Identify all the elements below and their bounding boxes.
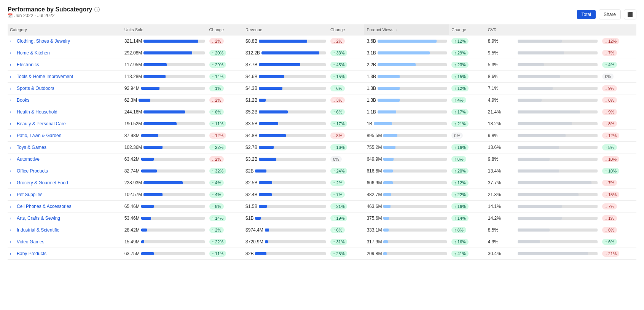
category-link[interactable]: Industrial & Scientific [17, 227, 59, 233]
expand-button[interactable]: › [10, 205, 15, 209]
expand-button[interactable]: › [10, 228, 15, 232]
revenue-bar-fill [265, 240, 268, 243]
revenue-bar-bg [259, 87, 326, 90]
category-link[interactable]: Patio, Lawn & Garden [17, 133, 61, 138]
revenue-bar-container: $4.3B [245, 86, 326, 91]
cvr-bar-container [518, 158, 598, 161]
revenue-change-cell: ↑ 6% [328, 83, 365, 94]
pv-change-cell: ↑ 8% [449, 153, 486, 165]
revenue-cell: $7.7B [243, 59, 328, 71]
category-link[interactable]: Beauty & Personal Care [17, 121, 66, 126]
cvr-bar-container [518, 63, 598, 66]
change-badge: ↑ 12% [451, 85, 469, 91]
expand-button[interactable]: › [10, 39, 15, 43]
expand-button[interactable]: › [10, 145, 15, 150]
pv-value: 616.6M [367, 168, 382, 174]
change-badge: ↑ 10% [602, 168, 619, 174]
category-link[interactable]: Home & Kitchen [17, 50, 50, 56]
change-badge: ↓ 9% [602, 109, 617, 115]
category-link[interactable]: Books [17, 97, 29, 103]
category-link[interactable]: Arts, Crafts & Sewing [17, 216, 60, 221]
cvr-bar-fill [518, 40, 562, 43]
expand-button[interactable]: › [10, 193, 15, 197]
category-link[interactable]: Electronics [17, 62, 39, 67]
category-link[interactable]: Office Products [17, 168, 48, 174]
expand-button[interactable]: › [10, 110, 15, 114]
pv-bar-container: 1.3B [367, 74, 447, 79]
info-icon[interactable]: i [94, 7, 100, 12]
col-category[interactable]: Category [8, 24, 122, 35]
cvr-value: 14.1% [488, 204, 501, 209]
expand-button[interactable]: › [10, 157, 15, 161]
category-link[interactable]: Sports & Outdoors [17, 86, 54, 91]
cvr-bar-bg [518, 205, 598, 208]
expand-button[interactable]: › [10, 98, 15, 102]
col-revenue[interactable]: Revenue [243, 24, 328, 35]
cvr-bar-bg [518, 252, 598, 255]
revenue-bar-container: $4.8B [245, 133, 326, 138]
category-link[interactable]: Cell Phones & Accessories [17, 204, 71, 209]
pv-bar-bg [378, 75, 447, 78]
col-units-sold[interactable]: Units Sold [122, 24, 207, 35]
category-link[interactable]: Grocery & Gourmet Food [17, 180, 68, 185]
category-link[interactable]: Video Games [17, 239, 45, 244]
pv-bar-fill [383, 169, 393, 173]
expand-button[interactable]: › [10, 122, 15, 126]
cvr-value: 18.2% [488, 121, 501, 126]
col-product-views[interactable]: Product Views ↓ [364, 24, 449, 35]
expand-button[interactable]: › [10, 51, 15, 55]
col-units-change[interactable]: Change [207, 24, 244, 35]
expand-button[interactable]: › [10, 181, 15, 185]
revenue-bar-fill [259, 87, 282, 90]
product-views-cell: 1.3B [364, 83, 449, 94]
cvr-bar-bg [518, 240, 598, 243]
revenue-value: $4.8B [245, 133, 257, 138]
pv-bar-bg [378, 51, 447, 54]
export-button[interactable]: ⬛ [624, 10, 636, 19]
cvr-bar-container [518, 40, 598, 43]
share-button[interactable]: Share [599, 10, 621, 19]
units-sold-value: 63.42M [124, 157, 140, 162]
change-badge: ↑ 25% [330, 251, 348, 257]
revenue-bar-container: $1.2B [245, 97, 326, 103]
expand-button[interactable]: › [10, 75, 15, 79]
units-sold-value: 190.52M [124, 121, 142, 126]
expand-button[interactable]: › [10, 86, 15, 91]
category-link[interactable]: Health & Household [17, 109, 57, 115]
revenue-change-cell: ↑ 21% [328, 201, 365, 213]
revenue-value: $4.6B [245, 74, 257, 79]
revenue-bar-bg [259, 158, 326, 161]
units-sold-cell: 113.28M [122, 71, 207, 83]
expand-button[interactable]: › [10, 134, 15, 138]
revenue-cell: $4.3B [243, 83, 328, 94]
category-link[interactable]: Clothing, Shoes & Jewelry [17, 38, 70, 44]
category-link[interactable]: Baby Products [17, 251, 46, 256]
category-link[interactable]: Automotive [17, 157, 40, 162]
cvr-bar-fill [518, 134, 566, 137]
category-cell: › Baby Products [8, 248, 122, 260]
category-link[interactable]: Pet Supplies [17, 192, 42, 197]
expand-button[interactable]: › [10, 63, 15, 67]
revenue-bar-fill [265, 229, 269, 232]
cvr-change-cell: ↑ 5% [600, 142, 636, 153]
expand-button[interactable]: › [10, 240, 15, 244]
col-cvr[interactable]: CVR [486, 24, 515, 35]
col-revenue-change[interactable]: Change [328, 24, 365, 35]
total-button[interactable]: Total [577, 10, 596, 19]
expand-button[interactable]: › [10, 216, 15, 221]
category-link[interactable]: Toys & Games [17, 145, 46, 150]
units-bar-fill [143, 193, 163, 196]
revenue-value: $2.7B [245, 145, 257, 150]
category-link[interactable]: Tools & Home Improvement [17, 74, 73, 79]
change-badge: ↑ 6% [330, 85, 345, 91]
col-cvr-change[interactable] [600, 24, 636, 35]
cvr-change-cell: ↓ 9% [600, 106, 636, 118]
revenue-cell: $12.2B [243, 47, 328, 59]
change-badge: ↓ 1% [602, 215, 617, 221]
change-badge: ↑ 24% [330, 168, 348, 174]
cvr-value: 8.5% [488, 227, 498, 233]
expand-button[interactable]: › [10, 169, 15, 173]
expand-button[interactable]: › [10, 252, 15, 256]
col-pv-change[interactable]: Change [449, 24, 486, 35]
product-views-cell: 209.8M [364, 248, 449, 260]
